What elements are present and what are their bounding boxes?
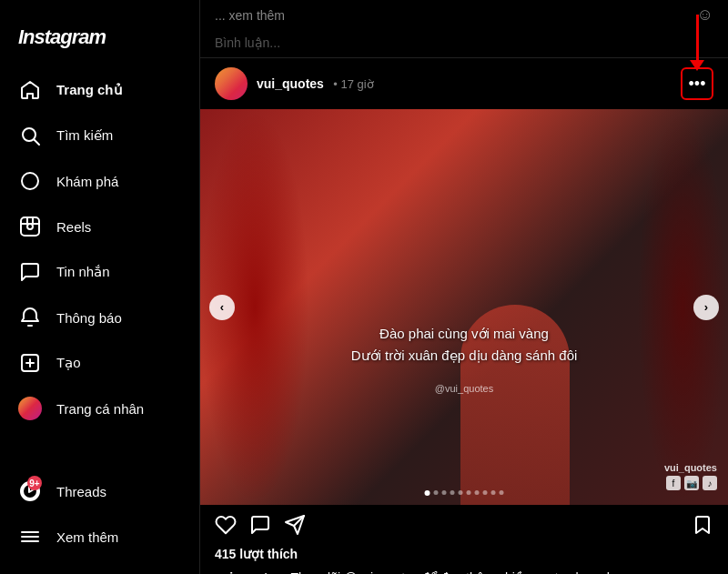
tiktok-watermark-icon: ♪ [703,476,717,490]
post-image: Đào phai cùng với mai vàng Dưới trời xuâ… [200,109,728,505]
instagram-watermark-icon: 📷 [684,476,699,490]
caption-username[interactable]: vui_quotes [215,570,282,574]
messages-icon [18,260,42,284]
sidebar-item-profile[interactable]: Trang cá nhân [0,386,199,431]
sidebar-item-notifications-label: Thông báo [56,310,122,326]
sidebar-item-reels[interactable]: Reels [0,204,199,249]
carousel-dot-1[interactable] [434,490,439,495]
comment-area-top: ... xem thêm ☺ [200,0,728,32]
comment-button[interactable] [249,514,271,536]
create-icon [18,351,42,375]
carousel-dot-3[interactable] [450,490,455,495]
carousel-dot-5[interactable] [467,490,471,495]
post-avatar [215,67,248,100]
sidebar-item-explore-label: Khám phá [56,174,118,189]
post-image-background: Đào phai cùng với mai vàng Dưới trời xuâ… [200,109,728,505]
home-icon [18,78,42,102]
post-caption: vui_quotes Theo dõi @vui_quotes để đọc t… [200,567,728,574]
post-header: vui_quotes • 17 giờ ••• [200,58,728,109]
svg-marker-3 [26,177,34,185]
likes-count: 415 lượt thích [200,545,728,567]
main-content: ... xem thêm ☺ Bình luận... vui_quotes •… [200,0,728,574]
carousel-dots [425,490,504,496]
avatar [18,397,42,420]
svg-line-1 [35,140,40,146]
watermark-name: vui_quotes [664,462,717,473]
share-button[interactable] [284,514,306,536]
watermark-social-icons: f 📷 ♪ [666,476,717,490]
watermark: vui_quotes f 📷 ♪ [664,462,717,490]
image-quote-text: Đào phai cùng với mai vàng Dưới trời xuâ… [351,323,578,367]
sidebar-item-messages[interactable]: Tin nhắn [0,249,199,295]
carousel-next-button[interactable]: › [693,295,719,320]
carousel-dot-0[interactable] [425,490,430,496]
reels-icon [18,215,42,238]
sidebar-item-more-label: Xem thêm [56,529,118,545]
post: ... xem thêm ☺ Bình luận... vui_quotes •… [200,0,728,574]
more-options-button[interactable]: ••• [681,67,713,100]
carousel-dot-9[interactable] [500,490,504,495]
post-username[interactable]: vui_quotes [257,76,324,91]
explore-icon [18,169,42,193]
svg-point-2 [22,173,38,189]
threads-label: Threads [56,484,106,499]
sidebar-item-home[interactable]: Trang chủ [0,67,199,113]
sidebar-item-search[interactable]: Tìm kiếm [0,113,199,158]
save-button[interactable] [692,514,713,536]
sidebar-item-reels-label: Reels [56,219,91,235]
image-handle: @vui_quotes [435,383,493,394]
carousel-dot-2[interactable] [442,490,447,495]
sidebar-item-create-label: Tạo [56,355,81,371]
sidebar: Instagram Trang chủ Tìm kiếm Khám phá Re… [0,0,200,574]
sidebar-item-explore[interactable]: Khám phá [0,158,199,204]
svg-rect-4 [21,217,39,236]
sidebar-item-messages-label: Tin nhắn [56,264,109,280]
post-time: • 17 giờ [333,77,373,91]
search-icon [18,124,42,147]
sidebar-item-search-label: Tìm kiếm [56,127,113,144]
carousel-dot-7[interactable] [483,490,488,495]
sidebar-logo: Instagram [0,15,199,67]
sidebar-item-create[interactable]: Tạo [0,340,199,386]
post-header-right: ••• [681,67,713,100]
sidebar-item-notifications[interactable]: Thông báo [0,295,199,340]
carousel-dot-4[interactable] [459,490,463,495]
post-user-info: vui_quotes • 17 giờ [257,76,374,92]
top-see-more[interactable]: ... xem thêm [215,8,285,23]
more-icon [18,525,42,549]
carousel-dot-6[interactable] [475,490,480,495]
carousel-prev-button[interactable]: ‹ [209,295,235,320]
sidebar-item-threads[interactable]: Threads 9+ [0,468,199,514]
sidebar-item-profile-label: Trang cá nhân [56,401,144,417]
like-button[interactable] [215,514,237,536]
sidebar-item-more[interactable]: Xem thêm [0,514,199,559]
carousel-dot-8[interactable] [491,490,496,495]
notifications-icon [18,306,42,329]
sidebar-item-home-label: Trang chủ [56,82,123,98]
red-arrow-indicator [690,15,704,71]
comment-input[interactable]: Bình luận... [215,35,280,50]
facebook-watermark-icon: f [666,476,681,490]
post-actions [200,505,728,545]
threads-badge: 9+ [27,476,42,490]
caption-text: Theo dõi @vui_quotes để đọc thêm nhiều q… [291,570,622,574]
